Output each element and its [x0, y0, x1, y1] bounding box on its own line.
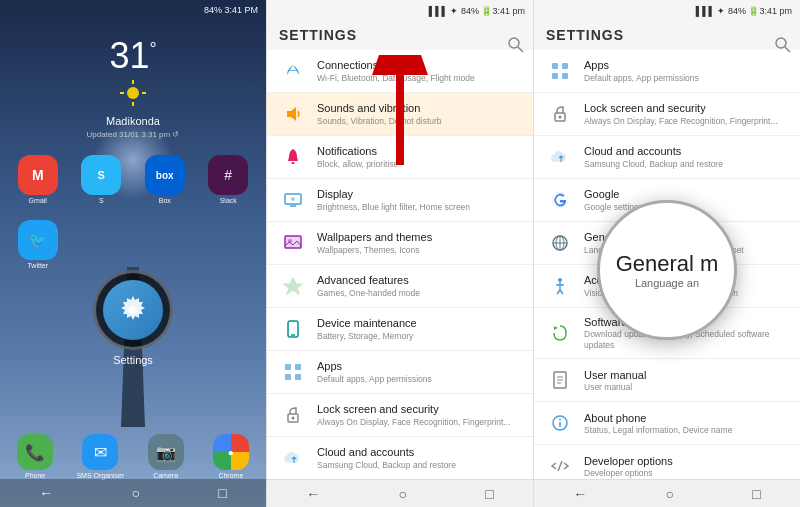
connections-icon	[279, 57, 307, 85]
p3-item-lock[interactable]: Lock screen and security Always On Displ…	[534, 93, 800, 136]
home-screen: 84% 3:41 PM 31° Madikonda Updated 31/01 …	[0, 0, 266, 507]
nav-home-p2[interactable]: ○	[399, 486, 407, 502]
nav-back-p3[interactable]: ←	[573, 486, 587, 502]
nav-recents[interactable]: □	[218, 485, 226, 501]
settings-item-lock[interactable]: Lock screen and security Always On Displ…	[267, 394, 533, 437]
settings-item-notifications[interactable]: Notifications Block, allow, prioritise	[267, 136, 533, 179]
settings-app[interactable]: Settings	[93, 270, 173, 366]
app-box[interactable]: box Box	[137, 155, 193, 204]
settings-label: Settings	[113, 354, 153, 366]
p3-cloud-icon	[546, 143, 574, 171]
app-twitter[interactable]: 🐦 Twitter	[10, 220, 66, 269]
settings-item-wallpapers[interactable]: Wallpapers and themes Wallpapers, Themes…	[267, 222, 533, 265]
settings-item-connections[interactable]: Connections Wi-Fi, Bluetooth, Data usage…	[267, 50, 533, 93]
settings-item-device[interactable]: Device maintenance Battery, Storage, Mem…	[267, 308, 533, 351]
svg-rect-9	[292, 162, 295, 164]
svg-marker-8	[287, 107, 296, 121]
nav-home[interactable]: ○	[132, 485, 140, 501]
svg-point-34	[559, 116, 562, 119]
svg-rect-30	[562, 63, 568, 69]
nav-home-p3[interactable]: ○	[666, 486, 674, 502]
dock-sms[interactable]: ✉ SMS Organiser	[70, 434, 130, 479]
svg-line-53	[558, 461, 562, 471]
p3-update-icon	[546, 319, 574, 347]
dock-chrome[interactable]: ● Chrome	[201, 434, 261, 479]
svg-point-27	[776, 38, 786, 48]
svg-point-0	[127, 87, 139, 99]
nav-back-p2[interactable]: ←	[306, 486, 320, 502]
p3-item-manual[interactable]: User manual User manual	[534, 359, 800, 402]
settings-item-sounds[interactable]: Sounds and vibration Sounds, Vibration, …	[267, 93, 533, 136]
wallpapers-icon	[279, 229, 307, 257]
nav-recents-p3[interactable]: □	[752, 486, 760, 502]
svg-rect-22	[295, 374, 301, 380]
svg-rect-20	[295, 364, 301, 370]
svg-marker-45	[554, 326, 558, 330]
dock-camera[interactable]: 📷 Camera	[136, 434, 196, 479]
status-bar-p3: ▌▌▌ ✦ 84% 🔋 3:41 pm	[534, 0, 800, 22]
p3-item-cloud[interactable]: Cloud and accounts Samsung Cloud, Backup…	[534, 136, 800, 179]
settings-list-p2: Connections Wi-Fi, Bluetooth, Data usage…	[267, 50, 533, 480]
svg-point-52	[559, 419, 561, 421]
nav-bar-p2: ← ○ □	[267, 479, 533, 507]
settings-panel-2: ▌▌▌ ✦ 84% 🔋 3:41 pm SETTINGS Apps	[533, 0, 800, 507]
weather-icon	[118, 78, 148, 108]
p3-general-icon	[546, 229, 574, 257]
settings-item-cloud[interactable]: Cloud and accounts Samsung Cloud, Backup…	[267, 437, 533, 480]
dock: 📞 Phone ✉ SMS Organiser 📷 Camera ● Chrom…	[5, 434, 261, 479]
dock-phone[interactable]: 📞 Phone	[5, 434, 65, 479]
updated-text: Updated 31/01 3:31 pm ↺	[87, 130, 180, 139]
svg-rect-13	[285, 236, 301, 248]
p3-apps-icon	[546, 57, 574, 85]
svg-rect-31	[552, 73, 558, 79]
svg-point-6	[509, 38, 519, 48]
p3-developer-icon	[546, 452, 574, 480]
settings-panel-1: ▌▌▌ ✦ 84% 🔋 3:41 pm SETTINGS Connections…	[266, 0, 533, 507]
svg-point-24	[292, 417, 295, 420]
settings-item-advanced[interactable]: Advanced features Games, One-handed mode	[267, 265, 533, 308]
app-gmail[interactable]: M Gmail	[10, 155, 66, 204]
display-icon	[279, 186, 307, 214]
status-time: 3:41 PM	[224, 5, 258, 15]
p3-google-icon	[546, 186, 574, 214]
settings-title-p2: SETTINGS	[279, 27, 357, 43]
settings-title-p3: SETTINGS	[546, 27, 624, 43]
status-signal: 84%	[204, 5, 222, 15]
p3-accessibility-icon	[546, 272, 574, 300]
notifications-icon	[279, 143, 307, 171]
svg-rect-19	[285, 364, 291, 370]
p3-item-about[interactable]: About phone Status, Legal information, D…	[534, 402, 800, 445]
svg-line-7	[518, 47, 523, 52]
p3-about-icon	[546, 409, 574, 437]
magnifier-sub-text: Language an	[635, 277, 699, 289]
p3-lock-icon	[546, 100, 574, 128]
apps-grid: M Gmail S S box Box # Slack 🐦 Twit	[10, 155, 256, 269]
search-icon-p3[interactable]	[774, 36, 792, 54]
svg-line-44	[560, 290, 563, 294]
nav-recents-p2[interactable]: □	[485, 486, 493, 502]
lock-icon	[279, 401, 307, 429]
sounds-icon	[279, 100, 307, 128]
device-icon	[279, 315, 307, 343]
settings-item-display[interactable]: Display Brightness, Blue light filter, H…	[267, 179, 533, 222]
status-bar-p2: ▌▌▌ ✦ 84% 🔋 3:41 pm	[267, 0, 533, 22]
user-name: Madikonda	[106, 115, 160, 127]
app-s[interactable]: S S	[74, 155, 130, 204]
svg-line-28	[785, 47, 790, 52]
svg-point-40	[558, 278, 562, 282]
p3-item-apps[interactable]: Apps Default apps, App permissions	[534, 50, 800, 93]
svg-rect-32	[562, 73, 568, 79]
nav-bar-p3: ← ○ □	[534, 479, 800, 507]
svg-point-12	[291, 197, 295, 201]
nav-back[interactable]: ←	[39, 485, 53, 501]
apps-icon	[279, 358, 307, 386]
app-slack[interactable]: # Slack	[201, 155, 257, 204]
nav-bar-home: ← ○ □	[0, 479, 266, 507]
settings-item-apps[interactable]: Apps Default apps, App permissions	[267, 351, 533, 394]
svg-rect-21	[285, 374, 291, 380]
magnifier-main-text: General m	[616, 251, 719, 277]
advanced-icon	[279, 272, 307, 300]
search-icon-p2[interactable]	[507, 36, 525, 54]
magnifier-overlay: General m Language an	[597, 200, 737, 340]
svg-rect-29	[552, 63, 558, 69]
